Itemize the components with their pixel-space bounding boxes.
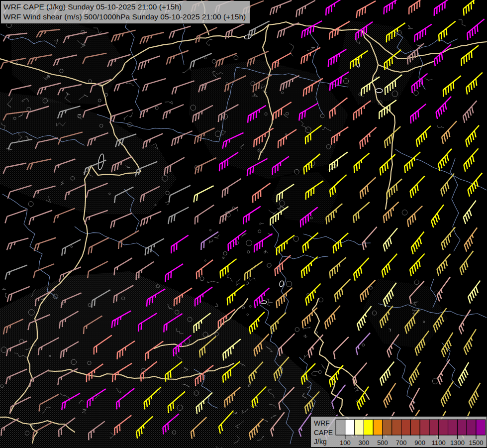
contour-circle	[28, 202, 33, 207]
wind-barb	[195, 205, 214, 224]
wind-barb	[387, 179, 402, 200]
wind-barb	[334, 337, 349, 359]
wind-barb	[459, 362, 469, 386]
wind-barb	[89, 238, 109, 255]
wind-barb	[277, 235, 294, 255]
contour-circle	[293, 236, 299, 242]
wind-barb	[469, 383, 481, 408]
wind-barb	[468, 281, 480, 304]
wind-barb	[464, 201, 476, 224]
contour-line	[124, 115, 128, 121]
wind-barb	[404, 152, 420, 173]
legend-color-cell	[401, 420, 411, 435]
contour-line	[437, 125, 444, 128]
legend-tick-label: 1100	[432, 439, 446, 447]
contour-line	[222, 257, 224, 259]
terrain-stipple	[0, 271, 348, 448]
contour-circle	[286, 281, 292, 287]
wind-barb	[384, 0, 404, 14]
wind-barb	[145, 238, 164, 255]
legend-color-cell	[476, 420, 486, 435]
wind-barb	[463, 101, 477, 122]
wind-barb	[308, 335, 323, 358]
wind-barb	[384, 383, 395, 408]
terrain-stipple	[363, 279, 448, 348]
contour-circle	[414, 280, 419, 284]
wind-barb	[467, 19, 484, 40]
wind-barb	[434, 0, 451, 16]
wind-barb	[360, 127, 376, 149]
contour-line	[260, 223, 264, 224]
contour-circle	[414, 91, 419, 96]
contour-circle	[166, 191, 169, 195]
contour-line	[307, 47, 315, 51]
title-line-cape: WRF CAPE (J/kg) Sunday 05-10-2025 21:00 …	[3, 2, 246, 12]
wind-barb	[163, 105, 184, 119]
contour-line	[303, 327, 310, 330]
wind-barb	[330, 257, 346, 278]
wind-barb	[382, 254, 397, 278]
wind-barb	[466, 125, 479, 147]
contour-line	[214, 234, 219, 238]
wind-barb	[194, 186, 214, 202]
wind-barb	[357, 1, 376, 18]
wind-barb	[409, 362, 421, 386]
wind-barb	[253, 183, 270, 203]
legend-color-cell	[467, 420, 476, 435]
legend-color-cell	[345, 420, 355, 435]
wind-barb	[7, 238, 28, 250]
wind-barb	[409, 0, 427, 14]
wind-barb	[171, 235, 188, 254]
contour-circle	[71, 246, 73, 248]
legend-tick-label: 900	[414, 439, 425, 447]
contour-circle	[247, 251, 250, 253]
wind-barb	[110, 213, 132, 228]
wind-barb	[277, 288, 292, 308]
wind-barb	[354, 258, 369, 281]
wind-barb	[412, 74, 428, 93]
wind-barb	[167, 51, 189, 65]
contour-circle	[223, 251, 227, 255]
wind-barb	[410, 254, 425, 276]
contour-circle	[209, 229, 211, 231]
legend-color-cell	[448, 420, 458, 435]
wind-barb	[443, 76, 461, 97]
wind-barb	[353, 202, 369, 223]
contour-line	[5, 293, 7, 298]
wind-barb	[270, 0, 292, 15]
wind-barb	[410, 176, 425, 198]
weather-map	[0, 0, 487, 448]
wind-barb	[409, 388, 419, 412]
legend-tick-label: 1500	[469, 439, 484, 447]
contour-line	[264, 250, 268, 254]
wind-barb	[354, 153, 370, 173]
lake-outline	[376, 89, 383, 93]
legend-color-cell	[392, 420, 401, 435]
legend-color-cell	[355, 420, 364, 435]
contour-line	[425, 78, 432, 81]
wind-barb	[29, 211, 52, 225]
terrain-stipple-layer	[0, 17, 448, 448]
contour-line	[302, 354, 308, 361]
wind-barb	[5, 210, 26, 223]
contour-line	[312, 372, 318, 376]
wind-barb	[249, 312, 265, 335]
contour-line	[2, 288, 5, 289]
contour-circle	[246, 240, 252, 246]
contour-circle	[242, 307, 245, 309]
wind-barb	[301, 21, 322, 38]
wind-barb	[143, 79, 166, 92]
wind-barb	[464, 0, 481, 15]
legend-color-cell	[439, 420, 448, 435]
title-line-shear: WRF Wind shear (m/s) 500/1000hPa Sunday …	[3, 12, 246, 22]
wind-barb	[441, 173, 454, 196]
legend-tick-label: 100	[340, 439, 351, 447]
contour-line	[126, 83, 134, 86]
wind-barb	[196, 260, 213, 279]
wind-barb	[439, 21, 456, 42]
legend-label: CAPE	[314, 429, 333, 437]
wind-barb	[363, 227, 377, 250]
legend-tick-label: 1300	[450, 439, 465, 447]
legend-color-cell	[364, 420, 373, 435]
contour-circle	[267, 263, 271, 267]
